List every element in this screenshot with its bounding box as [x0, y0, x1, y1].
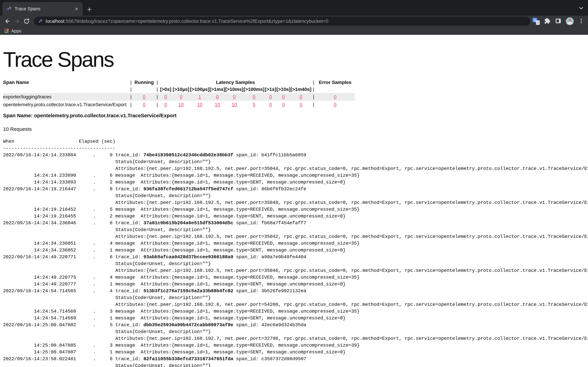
- new-tab-icon[interactable]: +: [87, 5, 92, 13]
- attributes-line: Attributes:{net.peer.ip=192.168.192.7, n…: [3, 336, 588, 341]
- error-count-cell: 0: [316, 101, 355, 108]
- error-count-link[interactable]: 0: [334, 94, 337, 100]
- forward-icon[interactable]: [12, 17, 22, 26]
- span-name-cell: opentelemetry.proto.collector.trace.v1.T…: [3, 101, 129, 108]
- latency-sample-link[interactable]: 0: [216, 94, 219, 100]
- message-event-line: 14:24:49.220775 . 4 message Attributes:{…: [3, 275, 360, 280]
- latency-sample-cell: 0: [243, 93, 265, 101]
- latency-sample-link[interactable]: 0: [300, 94, 302, 100]
- message-event-line: 14:24:54.714568 . 3 message Attributes:{…: [3, 309, 360, 314]
- message-event-line: 14:24:34.236051 . 4 message Attributes:{…: [3, 241, 360, 246]
- running-count-link[interactable]: 0: [143, 102, 146, 107]
- message-event-line: 14:25:00.047885 . 3 message Attributes:{…: [3, 343, 360, 348]
- close-icon[interactable]: ×: [74, 6, 79, 12]
- column-separator: |: [129, 101, 133, 108]
- col-running-spacer: [133, 86, 155, 93]
- column-separator: |: [129, 93, 133, 101]
- latency-sample-link[interactable]: 5: [253, 102, 255, 107]
- column-separator: |: [155, 86, 159, 93]
- latency-sample-cell: 10: [190, 101, 210, 108]
- tracez-page: Trace Spans Span Name | Running | Latenc…: [0, 47, 588, 367]
- latency-sample-cell: 0: [225, 93, 243, 101]
- menu-icon[interactable]: [578, 18, 584, 25]
- latency-sample-cell: 10: [210, 101, 225, 108]
- trace-id-value: 936fa38fcfed661712ba547f5ed747cf: [143, 186, 233, 192]
- latency-sample-link[interactable]: 0: [269, 94, 272, 100]
- status-line: Status{Code=Unset, description=""}: [3, 193, 211, 199]
- tab-search-chevron-icon[interactable]: [578, 5, 584, 12]
- bookmark-apps[interactable]: Apps: [4, 28, 21, 34]
- latency-sample-link[interactable]: 0: [300, 102, 302, 107]
- status-line: Status{Code=Unset, description=""}: [3, 261, 211, 267]
- latency-bucket-label: [>10ms]: [225, 86, 243, 93]
- column-separator: |: [155, 101, 159, 108]
- latency-sample-link[interactable]: 10: [178, 102, 184, 107]
- latency-bucket-label: [>0s]: [159, 86, 172, 93]
- latency-sample-link[interactable]: 0: [180, 94, 182, 100]
- column-separator: |: [155, 93, 159, 101]
- latency-sample-link[interactable]: 10: [232, 102, 237, 107]
- selected-span-heading: Span Name: opentelemetry.proto.collector…: [3, 113, 588, 118]
- trace-entry-line: 2022/09/16-14:25:00.047882 . 5 trace_id:…: [3, 322, 306, 328]
- url-host: localhost: [46, 18, 64, 24]
- profile-avatar[interactable]: [566, 17, 574, 25]
- latency-sample-link[interactable]: 0: [282, 94, 285, 100]
- back-icon[interactable]: [3, 17, 12, 26]
- error-count-link[interactable]: 0: [334, 102, 337, 107]
- span-summary-table: Span Name | Running | Latency Samples | …: [3, 79, 355, 108]
- column-separator: |: [311, 101, 316, 108]
- trace-entry-line: 2022/09/16-14:24:34.236046 . 6 trace_id:…: [3, 220, 306, 226]
- latency-sample-cell: 0: [159, 101, 172, 108]
- latency-sample-link[interactable]: 0: [164, 102, 167, 107]
- request-count: 10 Requests: [3, 126, 588, 132]
- running-count-link[interactable]: 0: [143, 94, 146, 100]
- latency-sample-link[interactable]: 10: [197, 102, 202, 107]
- apps-grid-icon: [4, 29, 9, 33]
- log-divider: ----------------------------------------: [3, 146, 115, 151]
- column-separator: |: [129, 79, 133, 86]
- url-bar[interactable]: localhost:55679/debug/tracez?zspanname=o…: [34, 17, 530, 26]
- message-event-line: 14:24:14.233890 . 6 message Attributes:{…: [3, 173, 360, 178]
- trace-entry-line: 2022/09/16-14:24:19.216447 . 8 trace_id:…: [3, 186, 306, 192]
- latency-sample-cell: 0: [210, 93, 225, 101]
- latency-sample-link[interactable]: 0: [282, 102, 285, 107]
- latency-bucket-label: [>10µs]: [172, 86, 190, 93]
- trace-id-value: 74be418390512c42346cddb02e38bb3f: [143, 152, 233, 158]
- latency-bucket-label: [>1s]: [265, 86, 277, 93]
- col-running: Running: [133, 79, 155, 86]
- trace-log: When Elapsed (sec) ---------------------…: [3, 138, 588, 367]
- latency-sample-cell: 1: [190, 93, 210, 101]
- latency-sample-link[interactable]: 1: [198, 94, 201, 100]
- status-line: Status{Code=Unset, description=""}: [3, 363, 211, 367]
- column-separator: |: [311, 86, 316, 93]
- span-summary-row: opentelemetry.proto.collector.trace.v1.T…: [3, 101, 355, 108]
- trace-id-value: 37a81c9b615b204a6e515df533004d5c: [143, 220, 233, 226]
- latency-sample-cell: 0: [290, 93, 311, 101]
- reload-icon[interactable]: [22, 17, 31, 26]
- extensions-icon[interactable]: [544, 18, 551, 25]
- col-error-spacer: [316, 86, 355, 93]
- site-favicon-icon: [37, 19, 43, 24]
- latency-sample-link[interactable]: 0: [269, 102, 272, 107]
- summary-header-row: Span Name | Running | Latency Samples | …: [3, 79, 355, 86]
- translate-icon[interactable]: G: [533, 18, 540, 25]
- message-event-line: 14:24:14.233893 . 2 message Attributes:{…: [3, 180, 346, 185]
- latency-sample-link[interactable]: 0: [164, 94, 167, 100]
- col-latency-samples: Latency Samples: [159, 79, 311, 86]
- page-title: Trace Spans: [3, 47, 588, 72]
- latency-sample-cell: 0: [172, 93, 190, 101]
- side-panel-icon[interactable]: [555, 18, 562, 25]
- latency-sample-link[interactable]: 0: [233, 94, 236, 100]
- latency-bucket-label: [>100µs]: [190, 86, 210, 93]
- message-event-line: 14:24:19.216455 . 2 message Attributes:{…: [3, 214, 346, 219]
- message-event-line: 14:24:54.714569 . 1 message Attributes:{…: [3, 316, 346, 321]
- latency-sample-link[interactable]: 0: [253, 94, 255, 100]
- trace-id-value: 513b3f1c276a7159c5a2a33b88b4fc82: [143, 288, 233, 294]
- message-event-line: 14:24:34.236052 . 1 message Attributes:{…: [3, 248, 346, 253]
- running-count-cell: 0: [133, 93, 155, 101]
- attributes-line: Attributes:{net.peer.ip=192.168.192.5, n…: [3, 234, 588, 239]
- browser-tab[interactable]: Trace Spans ×: [2, 2, 83, 16]
- latency-sample-link[interactable]: 10: [215, 102, 220, 107]
- summary-rows: exporter/logging/traces|0|001000000|0ope…: [3, 93, 355, 108]
- column-separator: |: [155, 79, 159, 86]
